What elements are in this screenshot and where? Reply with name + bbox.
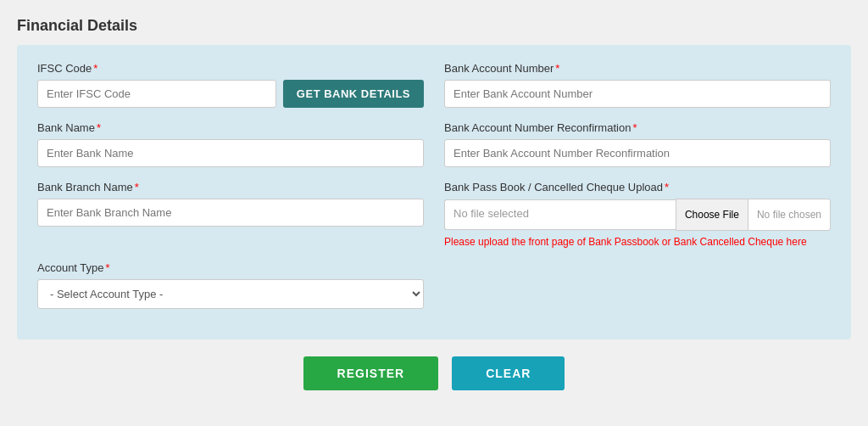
empty-col: [444, 261, 831, 309]
bank-name-input[interactable]: [37, 139, 424, 167]
bank-account-reconfirmation-input[interactable]: [444, 139, 831, 167]
account-type-label: Account Type*: [37, 261, 424, 274]
bank-branch-name-input[interactable]: [37, 199, 424, 227]
upload-hint: Please upload the front page of Bank Pas…: [444, 236, 831, 248]
ifsc-code-label: IFSC Code*: [37, 62, 424, 75]
form-row-3: Bank Branch Name* Bank Pass Book / Cance…: [37, 181, 831, 248]
form-panel: IFSC Code* GET BANK DETAILS Bank Account…: [17, 45, 851, 339]
no-file-selected-text: No file selected: [444, 199, 676, 230]
bank-branch-name-label: Bank Branch Name*: [37, 181, 424, 193]
no-file-chosen-text: No file chosen: [748, 202, 830, 227]
bank-name-label: Bank Name*: [37, 121, 424, 134]
bank-name-col: Bank Name*: [37, 121, 424, 167]
bank-account-reconfirmation-label: Bank Account Number Reconfirmation*: [444, 121, 831, 134]
bank-passbook-label: Bank Pass Book / Cancelled Cheque Upload…: [444, 181, 831, 193]
page-wrapper: Financial Details IFSC Code* GET BANK DE…: [0, 8, 868, 407]
bank-account-number-label: Bank Account Number*: [444, 62, 831, 75]
ifsc-field-row: GET BANK DETAILS: [37, 80, 424, 108]
file-upload-row: No file selected Choose File No file cho…: [444, 199, 831, 231]
form-row-1: IFSC Code* GET BANK DETAILS Bank Account…: [37, 62, 831, 108]
clear-button[interactable]: CLEAR: [452, 356, 565, 390]
form-row-2: Bank Name* Bank Account Number Reconfirm…: [37, 121, 831, 167]
choose-file-button[interactable]: Choose File: [676, 199, 748, 230]
bank-branch-name-col: Bank Branch Name*: [37, 181, 424, 248]
bank-account-reconfirmation-col: Bank Account Number Reconfirmation*: [444, 121, 831, 167]
bank-account-number-col: Bank Account Number*: [444, 62, 831, 108]
account-type-col: Account Type* - Select Account Type - Sa…: [37, 261, 424, 309]
bank-account-number-input[interactable]: [444, 80, 831, 108]
bank-passbook-col: Bank Pass Book / Cancelled Cheque Upload…: [444, 181, 831, 248]
get-bank-details-button[interactable]: GET BANK DETAILS: [283, 80, 424, 108]
file-input-wrapper: Choose File No file chosen: [676, 199, 831, 231]
form-row-4: Account Type* - Select Account Type - Sa…: [37, 261, 831, 309]
ifsc-code-col: IFSC Code* GET BANK DETAILS: [37, 62, 424, 108]
ifsc-code-input[interactable]: [37, 80, 276, 108]
bottom-buttons: REGISTER CLEAR: [17, 356, 851, 399]
register-button[interactable]: REGISTER: [303, 356, 439, 390]
account-type-select[interactable]: - Select Account Type - Savings Current …: [37, 279, 424, 309]
page-title: Financial Details: [17, 17, 851, 35]
